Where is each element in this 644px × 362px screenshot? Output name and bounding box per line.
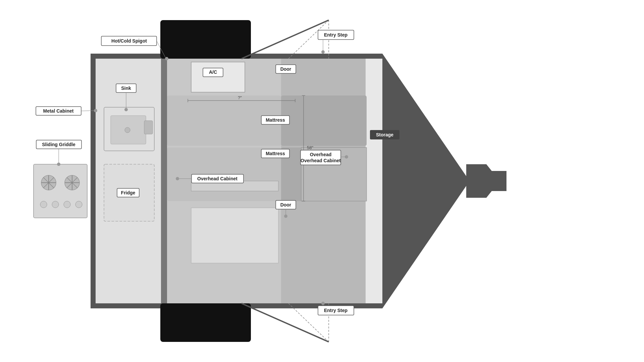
svg-rect-9 [366, 59, 382, 303]
sliding-griddle-label: Sliding Griddle [42, 142, 75, 147]
svg-marker-1 [382, 54, 470, 308]
svg-rect-10 [160, 20, 251, 59]
svg-point-77 [176, 177, 179, 180]
svg-line-17 [241, 303, 329, 342]
svg-rect-11 [160, 303, 251, 342]
fridge-label: Fridge [121, 190, 136, 195]
door-bottom-label: Door [280, 202, 291, 207]
svg-rect-42 [40, 201, 47, 208]
sink-label: Sink [121, 85, 131, 91]
svg-point-70 [94, 109, 97, 112]
storage-label: Storage [376, 132, 393, 137]
svg-point-80 [284, 215, 287, 218]
dimension-width-label: ?" [238, 95, 242, 100]
svg-rect-18 [191, 62, 245, 92]
svg-rect-20 [281, 96, 367, 146]
svg-rect-6 [161, 59, 167, 303]
dimension-58-label: 58" [307, 145, 313, 150]
svg-rect-43 [52, 201, 59, 208]
overhead-cabinet-right-label: Overhead [310, 152, 332, 157]
svg-rect-3 [470, 171, 506, 191]
svg-rect-45 [75, 201, 82, 208]
svg-rect-24 [191, 208, 278, 263]
entry-step-bottom-label: Entry Step [324, 308, 347, 313]
door-top-label: Door [280, 66, 291, 72]
svg-point-56 [321, 50, 325, 54]
mattress-top-label: Mattress [266, 117, 285, 123]
svg-point-28 [125, 127, 130, 133]
svg-point-67 [124, 108, 128, 111]
ac-label: A/C [209, 69, 217, 75]
svg-rect-29 [144, 121, 153, 134]
svg-point-73 [57, 163, 60, 166]
mattress-bottom-label: Mattress [266, 151, 285, 156]
floorplan: Hot/Cold Spigot Entry Step A/C Door ?" M… [0, 0, 644, 362]
overhead-cabinet-bottom-label: Overhead Cabinet [197, 176, 237, 181]
hot-cold-spigot-label: Hot/Cold Spigot [111, 38, 147, 44]
svg-rect-44 [64, 201, 70, 208]
svg-text:Overhead Cabinet: Overhead Cabinet [301, 158, 341, 163]
svg-line-14 [241, 20, 329, 59]
entry-step-top-label: Entry Step [324, 32, 347, 38]
svg-rect-31 [34, 164, 87, 218]
metal-cabinet-label: Metal Cabinet [43, 108, 73, 114]
